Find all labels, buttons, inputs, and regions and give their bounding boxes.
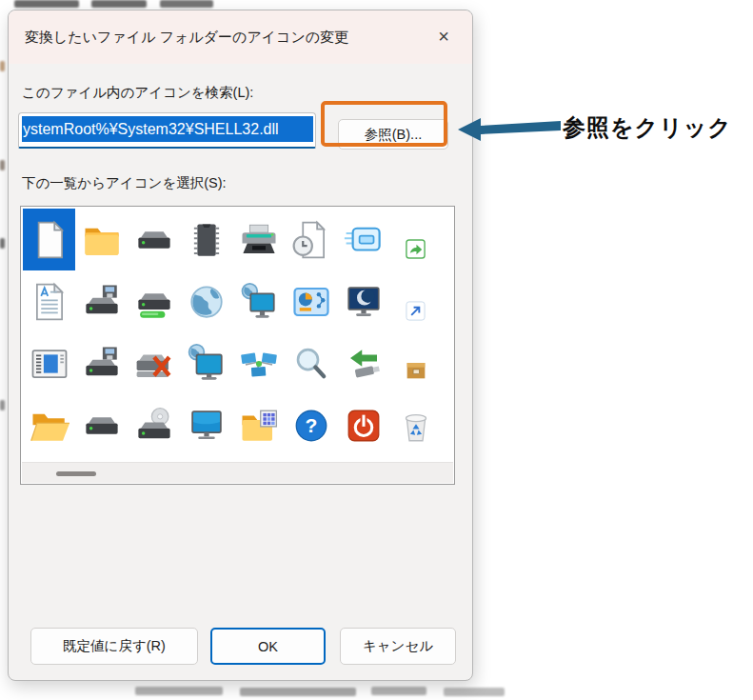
hard-drive-icon [82,406,122,446]
folder-programs-icon [239,406,279,446]
window-fast-icon [344,220,384,260]
icon-grid: ? [23,209,442,456]
drive-floppy-icon [82,282,122,322]
background-window-remnant [371,687,426,695]
icon-cell-hard-drive[interactable] [75,394,128,456]
share-overlay-icon [405,238,426,260]
icon-cell-folder-programs[interactable] [232,394,285,456]
icon-cell-drive-error[interactable] [128,332,180,394]
icon-cell-monitor-network[interactable] [232,270,285,332]
icon-path-input[interactable]: ystemRoot%¥System32¥SHELL32.dll [18,112,316,149]
monitor-globe-icon [187,344,227,384]
icon-cell-globe[interactable] [180,270,232,332]
icon-cell-drive-loading[interactable] [128,270,180,332]
drive-loading-icon [134,282,174,322]
icon-cell-document-clock[interactable] [285,209,337,270]
text-document-icon [30,282,69,322]
icon-cell-hard-drive[interactable] [128,209,180,270]
recycle-bin-icon [396,406,436,446]
background-window-remnant [0,400,5,410]
icon-cell-folder[interactable] [75,209,128,270]
hard-drive-icon [134,220,174,260]
icon-cell-window-settings[interactable] [23,332,75,394]
close-icon: × [438,26,449,48]
svg-text:?: ? [305,414,317,436]
restore-default-button[interactable]: 既定値に戻す(R) [30,628,198,665]
magnifier-icon [291,344,331,384]
horizontal-scrollbar[interactable] [22,462,453,483]
icon-row: ? [23,394,442,456]
icon-cell-shortcut-overlay[interactable] [389,270,442,332]
usb-transfer-icon [344,344,384,384]
memory-chip-icon [187,220,227,260]
scrollbar-thumb[interactable] [56,471,96,476]
power-icon [344,406,384,446]
blank-document-icon [30,220,69,260]
icon-cell-recycle-bin[interactable] [389,394,442,456]
icon-row [23,209,442,270]
icon-cell-magnifier[interactable] [285,332,337,394]
background-window-remnant [135,687,223,695]
close-button[interactable]: × [423,20,465,52]
drive-error-icon [134,344,174,384]
change-icon-dialog: 変換したいファイル フォルダーのアイコンの変更 × このファイル内のアイコンを検… [8,10,473,681]
network-nodes-icon [239,344,279,384]
icon-row [23,332,442,394]
icon-cell-drive-cd[interactable] [128,394,180,456]
background-window-remnant [91,0,147,8]
icon-cell-monitor[interactable] [180,394,232,456]
background-window-remnant [160,0,213,8]
ok-button[interactable]: OK [210,628,326,665]
icon-cell-printer[interactable] [232,209,285,270]
icon-cell-memory-chip[interactable] [180,209,232,270]
cancel-button[interactable]: キャンセル [340,628,456,665]
system-panel-icon [291,282,331,322]
icon-cell-usb-transfer[interactable] [337,332,389,394]
monitor-night-icon [344,282,384,322]
icon-cell-share-overlay[interactable] [389,209,442,270]
icon-path-selected-text: ystemRoot%¥System32¥SHELL32.dll [22,116,313,142]
annotation-label: 参照をクリック [563,112,732,143]
printer-icon [239,220,279,260]
icon-cell-drive-floppy[interactable] [75,270,128,332]
folder-open-icon [30,406,69,446]
folder-icon [82,220,122,260]
document-clock-icon [291,220,331,260]
icon-cell-network-nodes[interactable] [232,332,285,394]
search-file-label: このファイル内のアイコンを検索(L): [22,84,253,102]
icon-cell-help[interactable]: ? [285,394,337,456]
drive-floppy-icon [82,344,122,384]
icon-list-label: 下の一覧からアイコンを選択(S): [22,174,227,192]
dialog-titlebar[interactable]: 変換したいファイル フォルダーのアイコンの変更 × [9,10,472,64]
icon-cell-package-box[interactable] [389,332,442,394]
help-icon: ? [291,406,331,446]
icon-cell-drive-floppy[interactable] [75,332,128,394]
package-box-icon [403,356,429,383]
icon-cell-monitor-night[interactable] [337,270,389,332]
icon-cell-text-document[interactable] [23,270,75,332]
icon-cell-power[interactable] [337,394,389,456]
screen: 変換したいファイル フォルダーのアイコンの変更 × このファイル内のアイコンを検… [0,0,753,700]
icon-listbox[interactable]: ? [20,206,455,485]
window-settings-icon [30,344,69,384]
monitor-network-icon [239,282,279,322]
icon-cell-monitor-globe[interactable] [180,332,232,394]
shortcut-overlay-icon [405,300,426,322]
icon-cell-folder-open[interactable] [23,394,75,456]
browse-button[interactable]: 参照(B)... [338,119,448,150]
dialog-title: 変換したいファイル フォルダーのアイコンの変更 [25,29,348,47]
background-window-remnant [0,238,5,249]
background-window-remnant [240,688,356,696]
background-window-remnant [444,688,505,696]
icon-row [23,270,442,332]
globe-icon [187,282,227,322]
annotation-arrow-icon [458,116,561,142]
icon-cell-blank-document[interactable] [23,209,75,270]
drive-cd-icon [134,406,174,446]
background-window-remnant [14,0,79,8]
icon-cell-system-panel[interactable] [285,270,337,332]
background-window-remnant [0,160,5,170]
icon-cell-window-fast[interactable] [337,209,389,270]
background-window-remnant [0,61,5,71]
monitor-icon [187,406,227,446]
